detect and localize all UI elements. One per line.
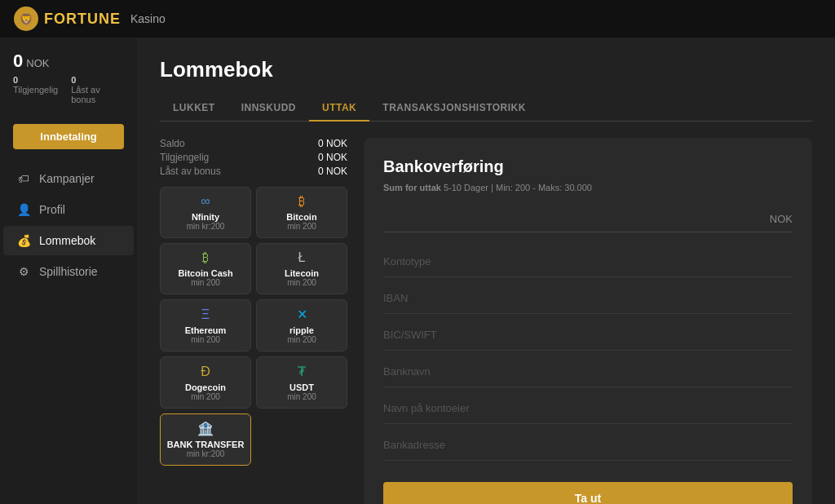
last-av-bonus-row: Låst av bonus 0 NOK bbox=[160, 166, 347, 177]
bitcoin-min: min 200 bbox=[287, 222, 316, 231]
kampanjer-icon: 🏷 bbox=[16, 172, 31, 185]
usdt-icon: ₮ bbox=[298, 364, 306, 379]
payment-grid: ∞ Nfinity min kr:200 ₿ Bitcoin min 200 ₿… bbox=[160, 187, 347, 466]
saldo-label: Saldo bbox=[160, 138, 185, 149]
ethereum-min: min 200 bbox=[191, 335, 220, 344]
navn-pa-kontoeier-field[interactable] bbox=[383, 392, 793, 424]
iban-field[interactable] bbox=[383, 282, 793, 314]
wallet-tabs: LUKKET INNSKUDD UTTAK TRANSAKSJONSHISTOR… bbox=[160, 95, 812, 122]
sidebar-item-profil-label: Profil bbox=[39, 203, 65, 216]
balance-number: 0 bbox=[13, 51, 23, 72]
ethereum-name: Ethereum bbox=[185, 325, 227, 335]
ripple-name: ripple bbox=[289, 325, 314, 335]
sidebar-item-lommebok[interactable]: 💰 Lommebok bbox=[3, 226, 134, 255]
bank-form-title: Bankoverføring bbox=[383, 157, 793, 176]
bank-transfer-form: Bankoverføring Sum for uttak 5-10 Dager … bbox=[364, 138, 812, 504]
bitcoin-cash-icon: ₿ bbox=[202, 250, 209, 265]
litecoin-icon: Ł bbox=[298, 250, 306, 265]
navbar: 🦁 ForTuNE Kasino bbox=[0, 0, 835, 38]
amount-input[interactable] bbox=[383, 212, 770, 225]
payment-usdt[interactable]: ₮ USDT min 200 bbox=[256, 356, 347, 409]
submit-button[interactable]: Ta ut bbox=[383, 482, 793, 504]
bitcoin-cash-min: min 200 bbox=[191, 278, 220, 287]
kontotype-field[interactable] bbox=[383, 245, 793, 277]
main-content: Lommebok LUKKET INNSKUDD UTTAK TRANSAKSJ… bbox=[137, 38, 835, 504]
bic-swift-input[interactable] bbox=[383, 329, 793, 341]
banknavn-input[interactable] bbox=[383, 365, 793, 378]
sidebar-item-spillhistorie-label: Spillhistorie bbox=[39, 265, 98, 278]
tilgjengelig-row: Tilgjengelig 0 NOK bbox=[160, 152, 347, 163]
tilgjengelig-value: 0 bbox=[13, 75, 58, 85]
balance-sub: 0 Tilgjengelig 0 Låst av bonus bbox=[13, 75, 124, 104]
ripple-min: min 200 bbox=[287, 335, 316, 344]
sidebar-item-profil[interactable]: 👤 Profil bbox=[3, 195, 134, 224]
tab-transaksjonshistorikk[interactable]: TRANSAKSJONSHISTORIKK bbox=[369, 95, 539, 122]
sidebar-nav: 🏷 Kampanjer 👤 Profil 💰 Lommebok ⚙ Spillh… bbox=[0, 162, 137, 491]
sidebar: 0 NOK 0 Tilgjengelig 0 Låst av bonus Inn… bbox=[0, 38, 137, 504]
sidebar-item-spillhistorie[interactable]: ⚙ Spillhistorie bbox=[3, 257, 134, 286]
bankadresse-field[interactable] bbox=[383, 429, 793, 461]
payment-bitcoin[interactable]: ₿ Bitcoin min 200 bbox=[256, 187, 347, 238]
spillhistorie-icon: ⚙ bbox=[16, 265, 31, 278]
tab-lukket[interactable]: LUKKET bbox=[160, 95, 228, 122]
nfinity-icon: ∞ bbox=[201, 194, 210, 209]
tilgjengelig-info-label: Tilgjengelig bbox=[160, 152, 209, 163]
last-av-bonus-info-value: 0 NOK bbox=[318, 166, 347, 177]
tab-innskudd[interactable]: INNSKUDD bbox=[228, 95, 309, 122]
innbetaling-button[interactable]: Innbetaling bbox=[13, 124, 124, 149]
tilgjengelig-item: 0 Tilgjengelig bbox=[13, 75, 58, 104]
bitcoin-cash-name: Bitcoin Cash bbox=[178, 268, 232, 278]
iban-input[interactable] bbox=[383, 292, 793, 304]
payment-ripple[interactable]: ✕ ripple min 200 bbox=[256, 299, 347, 351]
amount-row: NOK bbox=[383, 206, 793, 232]
payment-bank-transfer[interactable]: 🏦 BANK TRANSFER min kr:200 bbox=[160, 413, 251, 466]
lommebok-icon: 💰 bbox=[16, 234, 31, 247]
payment-bitcoin-cash[interactable]: ₿ Bitcoin Cash min 200 bbox=[160, 243, 251, 294]
main-container: 0 NOK 0 Tilgjengelig 0 Låst av bonus Inn… bbox=[0, 38, 835, 504]
form-subtitle: Sum for uttak 5-10 Dager | Min: 200 - Ma… bbox=[383, 183, 793, 192]
wallet-body: Saldo 0 NOK Tilgjengelig 0 NOK Låst av b… bbox=[160, 138, 812, 504]
litecoin-min: min 200 bbox=[287, 278, 316, 287]
bankadresse-input[interactable] bbox=[383, 439, 793, 451]
dogecoin-min: min 200 bbox=[191, 392, 220, 401]
last-av-bonus-item: 0 Låst av bonus bbox=[71, 75, 124, 104]
nfinity-name: Nfinity bbox=[192, 212, 219, 222]
nfinity-min: min kr:200 bbox=[187, 222, 225, 231]
sidebar-item-lommebok-label: Lommebok bbox=[39, 234, 95, 247]
svg-text:🦁: 🦁 bbox=[20, 12, 33, 26]
dogecoin-icon: Ð bbox=[201, 365, 210, 379]
tilgjengelig-info-value: 0 NOK bbox=[318, 152, 347, 163]
logo[interactable]: 🦁 ForTuNE bbox=[13, 6, 121, 32]
sidebar-item-kampanjer-label: Kampanjer bbox=[39, 172, 95, 185]
saldo-row: Saldo 0 NOK bbox=[160, 138, 347, 149]
navn-pa-kontoeier-input[interactable] bbox=[383, 402, 793, 414]
balance-info: Saldo 0 NOK Tilgjengelig 0 NOK Låst av b… bbox=[160, 138, 347, 177]
last-av-bonus-value: 0 bbox=[71, 75, 124, 85]
saldo-value: 0 NOK bbox=[318, 138, 347, 149]
kasino-label: Kasino bbox=[130, 12, 166, 25]
usdt-name: USDT bbox=[289, 382, 314, 392]
bitcoin-name: Bitcoin bbox=[286, 212, 316, 222]
payment-ethereum[interactable]: Ξ Ethereum min 200 bbox=[160, 299, 251, 351]
ripple-icon: ✕ bbox=[297, 307, 307, 322]
balance-currency: NOK bbox=[26, 57, 49, 69]
bank-transfer-name: BANK TRANSFER bbox=[167, 440, 245, 449]
litecoin-name: Litecoin bbox=[285, 268, 319, 278]
tab-uttak[interactable]: UTTAK bbox=[309, 95, 369, 122]
payment-dogecoin[interactable]: Ð Dogecoin min 200 bbox=[160, 356, 251, 409]
usdt-min: min 200 bbox=[287, 392, 316, 401]
balance-area: 0 NOK 0 Tilgjengelig 0 Låst av bonus bbox=[0, 51, 137, 117]
tilgjengelig-label: Tilgjengelig bbox=[13, 85, 58, 95]
payment-nfinity[interactable]: ∞ Nfinity min kr:200 bbox=[160, 187, 251, 238]
payment-litecoin[interactable]: Ł Litecoin min 200 bbox=[256, 243, 347, 294]
form-subtitle-details: 5-10 Dager | Min: 200 - Maks: 30.000 bbox=[444, 183, 592, 192]
dogecoin-name: Dogecoin bbox=[185, 382, 226, 392]
kontotype-input[interactable] bbox=[383, 255, 793, 267]
sidebar-item-kampanjer[interactable]: 🏷 Kampanjer bbox=[3, 164, 134, 193]
bitcoin-icon: ₿ bbox=[298, 194, 305, 209]
bic-swift-field[interactable] bbox=[383, 319, 793, 351]
banknavn-field[interactable] bbox=[383, 356, 793, 387]
logo-icon: 🦁 bbox=[13, 6, 39, 32]
last-av-bonus-label: Låst av bonus bbox=[71, 85, 124, 104]
amount-currency: NOK bbox=[770, 213, 793, 225]
